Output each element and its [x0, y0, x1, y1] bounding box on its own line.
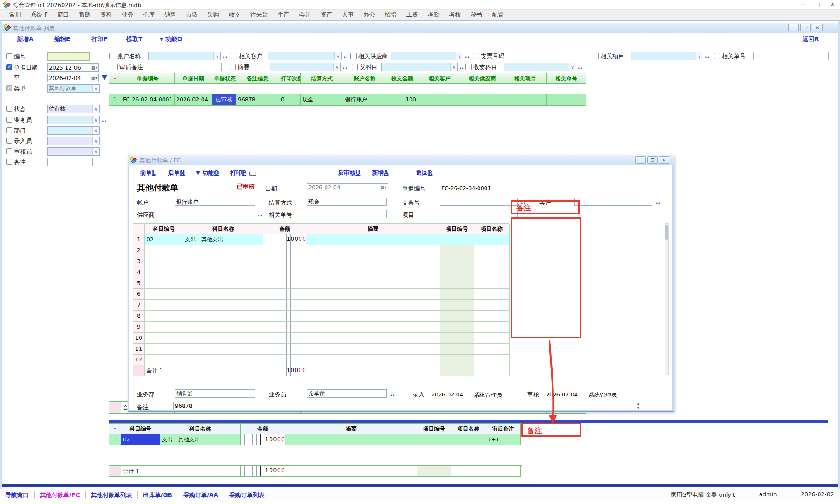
filter-select-收支科目[interactable]: ∨ — [504, 63, 576, 71]
customer-lookup-dots[interactable]: .. — [656, 199, 661, 205]
list-header-8[interactable]: 收支金额 — [386, 73, 418, 84]
dialog-toolbar-反审核[interactable]: 反审核U — [338, 169, 360, 177]
toolbar-提取[interactable]: 提取T — [126, 35, 142, 43]
list-header-1[interactable]: 单据编号 — [121, 73, 175, 84]
menu-item-6[interactable]: 仓库 — [138, 10, 160, 20]
menu-item-7[interactable]: 销售 — [160, 10, 181, 20]
menu-item-11[interactable]: 往来款 — [245, 10, 273, 20]
list-header-7[interactable]: 账户名称 — [343, 73, 386, 84]
menu-item-12[interactable]: 生产 — [273, 10, 294, 20]
dialog-grid-header-4[interactable]: 摘要 — [306, 224, 440, 234]
dept-input[interactable]: 销售部 — [175, 389, 255, 398]
menu-item-15[interactable]: 人事 — [337, 10, 359, 20]
list-header-9[interactable]: 相关客户 — [418, 73, 461, 84]
filter-checkbox-录入员[interactable] — [6, 138, 12, 144]
taskbar-item-5[interactable]: 采购订单列表 — [224, 491, 270, 499]
supplier-input[interactable] — [175, 210, 255, 218]
salesman-input[interactable]: 余学前 — [307, 389, 387, 398]
menu-item-0[interactable]: 常用 — [4, 10, 26, 20]
taskbar-item-1[interactable]: 其他付款单/FC — [35, 491, 86, 499]
filter-input-单据日期[interactable]: 2025-12-06▦▾ — [47, 63, 99, 72]
customer-input[interactable] — [574, 198, 652, 206]
toolbar-功能[interactable]: 功能O — [159, 35, 182, 43]
filter-select-账户名称[interactable]: ∨ — [148, 52, 221, 60]
account-input[interactable]: 银行账户 — [175, 198, 255, 206]
bottom-grid-header-3[interactable]: 金额 — [241, 424, 285, 434]
lookup-dots[interactable]: .. — [465, 53, 470, 59]
filter-checkbox-单据日期[interactable] — [6, 64, 12, 70]
filter-input-至[interactable]: 2026-02-04▦▾ — [47, 74, 99, 82]
bottom-grid-header-5[interactable]: 项目编号 — [417, 424, 451, 434]
dialog-minimize-icon[interactable]: ─ — [635, 156, 646, 164]
menu-item-18[interactable]: 工资 — [402, 10, 423, 20]
dialog-grid-header-0[interactable]: - — [133, 224, 145, 234]
filter-checkbox-备注[interactable] — [6, 159, 12, 165]
filter-checkbox-相关项目[interactable] — [593, 53, 599, 59]
calendar-icon[interactable]: ▦▾ — [379, 184, 388, 191]
taskbar-item-3[interactable]: 出库单/GB — [138, 491, 178, 499]
date-input[interactable]: 2026-02-04 ▦▾ — [307, 183, 388, 191]
project-input[interactable] — [440, 210, 518, 218]
filter-checkbox-账户名称[interactable] — [109, 53, 116, 59]
filter-checkbox-父科目[interactable] — [352, 64, 358, 70]
toolbar-编辑[interactable]: 编辑E — [54, 35, 70, 43]
list-row[interactable]: 1FC-26-02-04-00012026-02-04已审核968780现金银行… — [109, 94, 586, 106]
dialog-grid-header-5[interactable]: 项目编号 — [440, 224, 474, 234]
toolbar-新增[interactable]: 新增A — [17, 35, 33, 43]
filter-input-编号[interactable] — [47, 52, 90, 61]
bottom-grid-header-1[interactable]: 科目编号 — [121, 424, 160, 434]
menu-item-8[interactable]: 市场 — [181, 10, 203, 20]
menu-item-22[interactable]: 配置 — [487, 10, 509, 20]
menu-item-14[interactable]: 资产 — [316, 10, 337, 20]
dialog-toolbar-新增[interactable]: 新增A — [372, 169, 388, 177]
filter-select-类型[interactable]: 其他付款单∨ — [47, 84, 100, 93]
filter-checkbox-相关供应商[interactable] — [350, 53, 357, 59]
calendar-icon[interactable]: ▦▾ — [90, 74, 98, 82]
taskbar-item-0[interactable]: 导航窗口 — [0, 491, 35, 499]
filter-checkbox-状态[interactable] — [6, 106, 12, 112]
filter-input-备注[interactable] — [47, 158, 93, 166]
filter-select-相关项目[interactable]: ∨ — [631, 52, 703, 60]
taskbar-item-4[interactable]: 采购订单/AA — [178, 491, 224, 499]
child-close-icon[interactable]: ✕ — [812, 24, 822, 31]
filter-checkbox-收支科目[interactable] — [466, 64, 472, 70]
menu-item-20[interactable]: 考核 — [444, 10, 466, 20]
filter-select-摘要[interactable]: ∨ — [270, 63, 341, 71]
bottom-grid-header-6[interactable]: 项目名称 — [451, 424, 486, 434]
filter-checkbox-业务员[interactable] — [6, 117, 12, 123]
dialog-grid-header-3[interactable]: 金额 — [263, 224, 306, 234]
filter-select-父科目[interactable]: ∨ — [381, 63, 458, 71]
menu-item-17[interactable]: 招培 — [380, 10, 402, 20]
dialog-restore-icon[interactable]: ❐ — [647, 156, 658, 164]
filter-input-相关单号[interactable] — [753, 52, 829, 60]
taskbar-item-2[interactable]: 其他付款单列表 — [86, 491, 138, 499]
dialog-toolbar-后单[interactable]: 后单N — [168, 169, 185, 177]
dialog-close-icon[interactable]: ✕ — [659, 156, 669, 164]
filter-select-相关客户[interactable]: ∨ — [268, 52, 342, 60]
minimize-icon[interactable]: ─ — [795, 0, 810, 9]
lookup-dots[interactable]: .. — [578, 64, 583, 70]
menu-item-16[interactable]: 办公 — [359, 10, 380, 20]
lookup-dots[interactable]: .. — [459, 64, 464, 70]
filter-checkbox-相关客户[interactable] — [231, 53, 237, 59]
filter-checkbox-相关单号[interactable] — [714, 53, 720, 59]
dialog-grid-header-1[interactable]: 科目编号 — [145, 224, 183, 234]
filter-select-业务员[interactable]: ∨ — [47, 116, 100, 124]
menu-item-21[interactable]: 秘书 — [466, 10, 487, 20]
menu-item-1[interactable]: 系统 F — [26, 10, 52, 20]
toolbar-打印[interactable]: 打印P — [91, 35, 108, 43]
filter-select-相关供应商[interactable]: ∨ — [391, 52, 463, 60]
dialog-grid-header-6[interactable]: 项目名称 — [474, 224, 510, 234]
note-spinner-icon[interactable]: ▲▼ — [636, 402, 641, 410]
bottom-grid-header-2[interactable]: 科目名称 — [160, 424, 241, 434]
close-icon[interactable]: ✕ — [825, 0, 840, 9]
dialog-toolbar-前单[interactable]: 前单L — [140, 169, 156, 177]
menu-item-4[interactable]: 资料 — [95, 10, 117, 20]
menu-item-3[interactable]: 帮助 — [74, 10, 95, 20]
menu-item-2[interactable]: 窗口 — [52, 10, 74, 20]
menu-item-10[interactable]: 收支 — [224, 10, 245, 20]
list-header-11[interactable]: 相关项目 — [504, 73, 547, 84]
relno-input[interactable] — [307, 210, 387, 218]
filter-checkbox-编号[interactable] — [6, 53, 12, 59]
list-header-12[interactable]: 相关单号 — [547, 73, 586, 84]
